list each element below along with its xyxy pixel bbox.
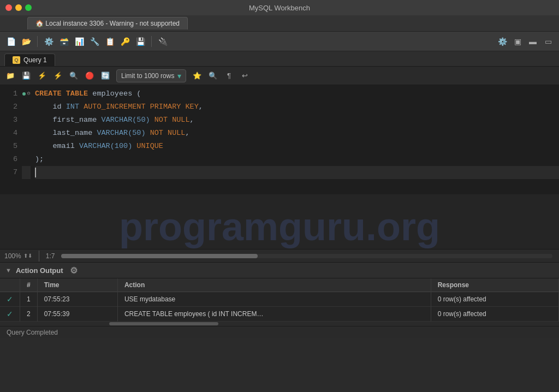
refresh-btn[interactable]: 🔄 <box>98 69 112 83</box>
toolbar-icon-4[interactable]: 🔧 <box>88 35 101 48</box>
home-icon: 🏠 <box>35 20 44 27</box>
open-file-icon[interactable]: 📂 <box>20 35 33 48</box>
row1-action: USE mydatabase <box>117 292 431 307</box>
fold-column: ⊖ <box>22 87 31 192</box>
row2-time: 07:55:39 <box>37 307 117 322</box>
row1-num: 1 <box>20 292 38 307</box>
query-tab-icon: Q <box>13 56 20 64</box>
toolbar-separator-2 <box>151 36 152 47</box>
format-btn[interactable]: ↩ <box>237 69 252 83</box>
chevron-down-icon: ▼ <box>5 267 11 274</box>
table-row[interactable]: ✓ 2 07:55:39 CREATE TABLE employees ( id… <box>0 307 559 322</box>
instance-tab[interactable]: 🏠 Local instance 3306 - Warning - not su… <box>27 17 188 29</box>
limit-dropdown[interactable]: Limit to 1000 rows ▾ <box>116 69 186 82</box>
row1-response: 0 row(s) affected <box>431 292 558 307</box>
maximize-button[interactable] <box>25 4 32 11</box>
settings-icon[interactable]: ⚙️ <box>496 35 509 48</box>
line-number-7: 7 <box>0 166 17 179</box>
check-icon-2: ✓ <box>7 310 13 318</box>
app-title: MySQL Workbench <box>249 4 310 12</box>
query-tab[interactable]: Q Query 1 <box>4 54 55 66</box>
scroll-thumb <box>61 254 258 258</box>
kw-create: CREATE <box>35 87 62 100</box>
query-tab-label: Query 1 <box>23 56 47 64</box>
horizontal-scrollbar[interactable] <box>61 254 552 258</box>
limit-arrow-icon: ▾ <box>177 72 181 80</box>
code-lines[interactable]: CREATE TABLE employees ( id INT AUTO_INC… <box>31 87 559 192</box>
dot-indicator <box>22 92 26 96</box>
action-output-spinner-icon[interactable]: ⚙ <box>70 265 78 276</box>
row2-response: 0 row(s) affected <box>431 307 558 322</box>
action-output-bar: ▼ Action Output ⚙ <box>0 262 559 278</box>
bottom-scroll-thumb[interactable] <box>109 322 218 325</box>
search-btn[interactable]: 🔍 <box>206 69 220 83</box>
line-number-4: 4 <box>0 127 17 140</box>
code-line-4: last_name VARCHAR(50) NOT NULL, <box>35 127 559 140</box>
code-line-7 <box>35 166 559 179</box>
editor-empty-area: programguru.org <box>0 194 559 249</box>
minimize-button[interactable] <box>15 4 22 11</box>
row1-status: ✓ <box>0 292 20 307</box>
open-folder-btn[interactable]: 📁 <box>3 69 17 83</box>
zoom-value: 100% <box>4 252 21 260</box>
row2-action: CREATE TABLE employees ( id INT INCREM… <box>117 307 431 322</box>
toolbar-separator-1 <box>37 36 38 47</box>
view-icon-3[interactable]: ▭ <box>542 35 555 48</box>
editor-toolbar: 📁 💾 ⚡ ⚡ 🔍 🔴 🔄 Limit to 1000 rows ▾ ⭐ 🔍 ¶… <box>0 67 559 85</box>
line-number-5: 5 <box>0 140 17 153</box>
bottom-status-bar: Query Completed <box>0 326 559 338</box>
editor-status-bar: 100% ⬆⬇ 1:7 <box>0 249 559 262</box>
zoom-spinner-icon[interactable]: ⬆⬇ <box>23 253 32 259</box>
code-line-2: id INT AUTO_INCREMENT PRIMARY KEY, <box>35 100 559 114</box>
code-line-6: ); <box>35 153 559 166</box>
status-separator <box>39 251 39 262</box>
toolbar-icon-8[interactable]: 🔌 <box>156 35 169 48</box>
instance-tab-label: Local instance 3306 - Warning - not supp… <box>45 20 180 27</box>
fold-icon[interactable]: ⊖ <box>27 87 30 100</box>
zoom-control[interactable]: 100% ⬆⬇ <box>4 252 32 260</box>
code-line-3: first_name VARCHAR(50) NOT NULL, <box>35 114 559 127</box>
watermark: programguru.org <box>0 204 559 249</box>
cursor-position: 1:7 <box>46 252 55 260</box>
toolbar-icon-7[interactable]: 💾 <box>134 35 147 48</box>
output-table: # Time Action Response ✓ 1 07:55:23 USE … <box>0 278 559 322</box>
col-status <box>0 278 20 292</box>
limit-label: Limit to 1000 rows <box>121 72 174 80</box>
toolbar-icon-1[interactable]: ⚙️ <box>42 35 55 48</box>
code-editor: 1 2 3 4 5 6 7 ⊖ <box>0 85 559 249</box>
view-icon-1[interactable]: ▣ <box>511 35 524 48</box>
close-button[interactable] <box>5 4 12 11</box>
line-numbers: 1 2 3 4 5 6 7 <box>0 87 22 192</box>
save-btn[interactable]: 💾 <box>19 69 33 83</box>
title-bar: MySQL Workbench <box>0 0 559 15</box>
code-editor-area[interactable]: 1 2 3 4 5 6 7 ⊖ <box>0 85 559 194</box>
code-line-1: CREATE TABLE employees ( <box>35 87 559 100</box>
kw-table: TABLE <box>66 87 88 100</box>
toolbar-icon-5[interactable]: 📋 <box>103 35 116 48</box>
toolbar-icon-3[interactable]: 📊 <box>73 35 86 48</box>
stop-btn[interactable]: 🔴 <box>82 69 97 83</box>
toolbar-icon-2[interactable]: 🗃️ <box>57 35 70 48</box>
line-number-2: 2 <box>0 100 17 114</box>
check-icon-1: ✓ <box>7 295 13 304</box>
execute-current-btn[interactable]: ⚡ <box>51 69 65 83</box>
window-controls <box>5 4 32 11</box>
col-response: Response <box>431 278 558 292</box>
cursor <box>35 168 36 177</box>
execute-btn[interactable]: ⚡ <box>35 69 49 83</box>
col-time: Time <box>37 278 117 292</box>
invisible-btn[interactable]: ¶ <box>222 69 236 83</box>
col-action: Action <box>117 278 431 292</box>
new-file-icon[interactable]: 📄 <box>4 35 17 48</box>
table-row[interactable]: ✓ 1 07:55:23 USE mydatabase 0 row(s) aff… <box>0 292 559 307</box>
explain-btn[interactable]: 🔍 <box>67 69 81 83</box>
query-tab-bar: Q Query 1 <box>0 51 559 67</box>
bookmark-btn[interactable]: ⭐ <box>190 69 204 83</box>
action-output-label: Action Output <box>16 266 63 275</box>
main-toolbar: 📄 📂 ⚙️ 🗃️ 📊 🔧 📋 🔑 💾 🔌 ⚙️ ▣ ▬ ▭ <box>0 32 559 51</box>
toolbar-icon-6[interactable]: 🔑 <box>118 35 132 48</box>
line-number-6: 6 <box>0 153 17 166</box>
status-label: Query Completed <box>7 329 58 336</box>
instance-bar: 🏠 Local instance 3306 - Warning - not su… <box>0 15 559 32</box>
view-icon-2[interactable]: ▬ <box>526 35 539 48</box>
